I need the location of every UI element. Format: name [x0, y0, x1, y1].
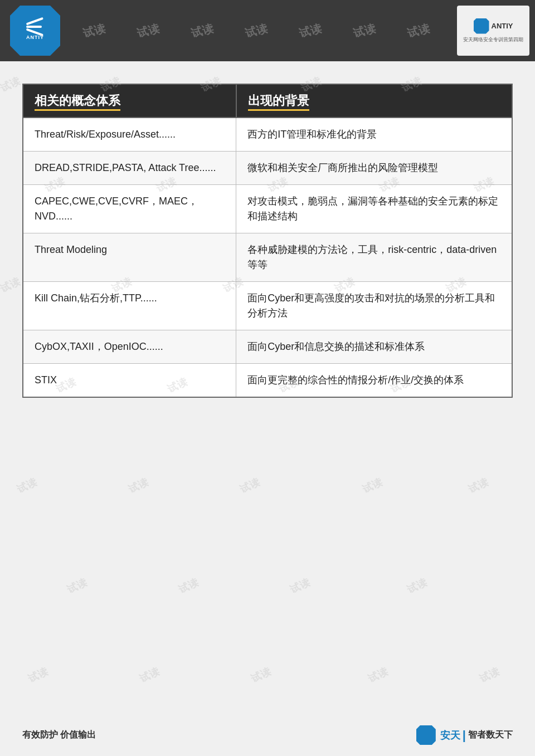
watermark: 试读: [288, 576, 312, 597]
concept-table: 相关的概念体系 出现的背景 Threat/Risk/Exposure/Asset…: [22, 84, 513, 398]
logo-line-1: [26, 17, 43, 26]
footer-brand: 安天 | 智者数天下: [416, 725, 513, 745]
col1-header: 相关的概念体系: [23, 84, 236, 118]
table-cell-col2: 各种威胁建模的方法论，工具，risk-centric，data-driven等等: [236, 233, 512, 282]
badge-hex-icon: [474, 18, 489, 34]
header-wm-3: 试读: [189, 21, 215, 41]
antiy-badge: ANTIY: [474, 18, 513, 34]
watermark: 试读: [466, 476, 490, 496]
header-right-logo: ANTIY 安天网络安全专训营第四期: [457, 6, 529, 56]
watermark: 试读: [366, 665, 390, 686]
logo-line-2: [26, 26, 42, 28]
table-cell-col2: 面向更完整的综合性的情报分析/作业/交换的体系: [236, 364, 512, 398]
table-row: STIX面向更完整的综合性的情报分析/作业/交换的体系: [23, 364, 512, 398]
watermark: 试读: [238, 476, 262, 496]
table-cell-col1: CybOX,TAXII，OpenIOC......: [23, 330, 236, 364]
watermark: 试读: [177, 576, 201, 597]
table-cell-col2: 对攻击模式，脆弱点，漏洞等各种基础的安全元素的标定和描述结构: [236, 185, 512, 233]
header-wm-1: 试读: [81, 21, 107, 41]
table-cell-col2: 微软和相关安全厂商所推出的风险管理模型: [236, 152, 512, 185]
watermark: 试读: [65, 576, 89, 597]
header-wm-2: 试读: [135, 21, 161, 41]
table-row: Kill Chain,钻石分析,TTP......面向Cyber和更高强度的攻击…: [23, 282, 512, 330]
watermark: 试读: [249, 665, 273, 686]
table-row: Threat/Risk/Exposure/Asset......西方的IT管理和…: [23, 118, 512, 152]
footer-brand-sub: 智者数天下: [468, 729, 513, 741]
table-cell-col1: Threat Modeling: [23, 233, 236, 282]
header-wm-6: 试读: [352, 21, 377, 41]
table-cell-col2: 面向Cyber和信息交换的描述和标准体系: [236, 330, 512, 364]
table-row: CybOX,TAXII，OpenIOC......面向Cyber和信息交换的描述…: [23, 330, 512, 364]
badge-brand-text: ANTIY: [492, 22, 513, 30]
table-cell-col1: Threat/Risk/Exposure/Asset......: [23, 118, 236, 152]
watermark: 试读: [405, 576, 429, 597]
table-cell-col1: Kill Chain,钻石分析,TTP......: [23, 282, 236, 330]
header-wm-4: 试读: [244, 21, 269, 41]
main-content: 相关的概念体系 出现的背景 Threat/Risk/Exposure/Asset…: [0, 61, 535, 414]
watermark: 试读: [26, 665, 50, 686]
watermark: 试读: [478, 665, 502, 686]
badge-subtitle: 安天网络安全专训营第四期: [463, 36, 523, 43]
watermark: 试读: [127, 476, 150, 496]
table-cell-col2: 西方的IT管理和标准化的背景: [236, 118, 512, 152]
col2-header: 出现的背景: [236, 84, 512, 118]
header: ANTIY 试读 试读 试读 试读 试读 试读 试读 ANTIY 安天网络安全专…: [0, 0, 535, 61]
table-cell-col1: DREAD,STRIDE,PASTA, Attack Tree......: [23, 152, 236, 185]
header-wm-5: 试读: [298, 21, 323, 41]
footer: 有效防护 价值输出 安天 | 智者数天下: [22, 725, 513, 745]
watermark: 试读: [138, 665, 162, 686]
watermark: 试读: [15, 476, 39, 496]
footer-antiy-label: 安天: [440, 729, 460, 742]
footer-brand-text: 安天 | 智者数天下: [440, 728, 513, 743]
footer-tagline: 有效防护 价值输出: [22, 729, 96, 741]
header-watermarks: 试读 试读 试读 试读 试读 试读 试读: [0, 0, 535, 61]
table-cell-col1: CAPEC,CWE,CVE,CVRF，MAEC，NVD......: [23, 185, 236, 233]
antiy-logo: ANTIY: [10, 6, 60, 56]
table-row: Threat Modeling各种威胁建模的方法论，工具，risk-centri…: [23, 233, 512, 282]
footer-hex-icon: [416, 725, 436, 745]
table-cell-col2: 面向Cyber和更高强度的攻击和对抗的场景的分析工具和分析方法: [236, 282, 512, 330]
watermark: 试读: [361, 476, 385, 496]
footer-divider: |: [463, 728, 466, 743]
header-wm-7: 试读: [406, 21, 432, 41]
table-cell-col1: STIX: [23, 364, 236, 398]
table-row: CAPEC,CWE,CVE,CVRF，MAEC，NVD......对攻击模式，脆…: [23, 185, 512, 233]
logo-lines: [26, 21, 44, 32]
table-row: DREAD,STRIDE,PASTA, Attack Tree......微软和…: [23, 152, 512, 185]
